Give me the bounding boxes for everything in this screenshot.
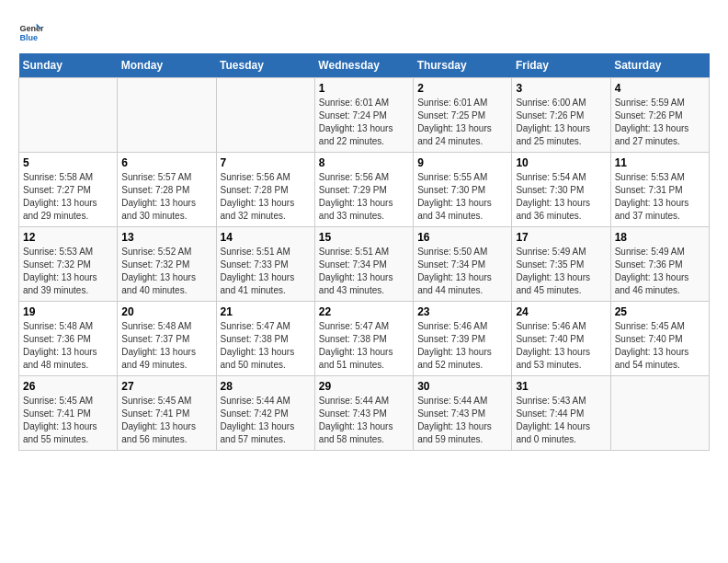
day-info: Sunrise: 5:51 AM Sunset: 7:34 PM Dayligh… — [319, 246, 409, 297]
weekday-header-wednesday: Wednesday — [314, 53, 413, 78]
day-number: 26 — [23, 380, 113, 393]
calendar-cell: 18Sunrise: 5:49 AM Sunset: 7:36 PM Dayli… — [610, 227, 709, 302]
calendar-cell: 4Sunrise: 5:59 AM Sunset: 7:26 PM Daylig… — [610, 78, 709, 153]
calendar-cell: 27Sunrise: 5:45 AM Sunset: 7:41 PM Dayli… — [118, 376, 216, 451]
calendar-cell — [216, 78, 314, 153]
day-info: Sunrise: 5:53 AM Sunset: 7:32 PM Dayligh… — [23, 246, 113, 297]
calendar-week-row: 5Sunrise: 5:58 AM Sunset: 7:27 PM Daylig… — [19, 153, 710, 227]
day-number: 21 — [221, 305, 311, 318]
calendar-week-row: 26Sunrise: 5:45 AM Sunset: 7:41 PM Dayli… — [19, 376, 710, 451]
day-info: Sunrise: 6:01 AM Sunset: 7:24 PM Dayligh… — [319, 97, 409, 148]
day-number: 16 — [417, 231, 507, 244]
calendar-cell: 1Sunrise: 6:01 AM Sunset: 7:24 PM Daylig… — [314, 78, 413, 153]
day-number: 14 — [221, 231, 311, 244]
day-info: Sunrise: 5:47 AM Sunset: 7:38 PM Dayligh… — [221, 320, 311, 372]
calendar-cell: 20Sunrise: 5:48 AM Sunset: 7:37 PM Dayli… — [118, 302, 216, 376]
day-info: Sunrise: 5:55 AM Sunset: 7:30 PM Dayligh… — [417, 171, 507, 223]
day-info: Sunrise: 5:56 AM Sunset: 7:28 PM Dayligh… — [221, 171, 311, 223]
logo-icon: General Blue — [18, 18, 44, 44]
weekday-header-monday: Monday — [118, 53, 216, 78]
day-number: 12 — [23, 231, 113, 244]
day-number: 3 — [516, 82, 606, 95]
day-info: Sunrise: 5:45 AM Sunset: 7:41 PM Dayligh… — [121, 395, 211, 446]
calendar-cell — [19, 78, 118, 153]
day-info: Sunrise: 5:46 AM Sunset: 7:40 PM Dayligh… — [516, 320, 606, 372]
day-info: Sunrise: 5:48 AM Sunset: 7:36 PM Dayligh… — [23, 320, 113, 372]
day-info: Sunrise: 5:45 AM Sunset: 7:40 PM Dayligh… — [615, 320, 705, 372]
day-number: 28 — [221, 380, 311, 393]
weekday-header-thursday: Thursday — [414, 53, 512, 78]
calendar-cell: 3Sunrise: 6:00 AM Sunset: 7:26 PM Daylig… — [512, 78, 610, 153]
calendar-cell: 8Sunrise: 5:56 AM Sunset: 7:29 PM Daylig… — [314, 153, 413, 227]
calendar-cell: 28Sunrise: 5:44 AM Sunset: 7:42 PM Dayli… — [216, 376, 314, 451]
calendar-cell: 29Sunrise: 5:44 AM Sunset: 7:43 PM Dayli… — [314, 376, 413, 451]
calendar-cell: 17Sunrise: 5:49 AM Sunset: 7:35 PM Dayli… — [512, 227, 610, 302]
svg-text:Blue: Blue — [19, 33, 38, 42]
calendar-cell: 15Sunrise: 5:51 AM Sunset: 7:34 PM Dayli… — [314, 227, 413, 302]
weekday-header-row: SundayMondayTuesdayWednesdayThursdayFrid… — [19, 53, 710, 78]
calendar-week-row: 19Sunrise: 5:48 AM Sunset: 7:36 PM Dayli… — [19, 302, 710, 376]
calendar-cell: 10Sunrise: 5:54 AM Sunset: 7:30 PM Dayli… — [512, 153, 610, 227]
day-number: 29 — [319, 380, 409, 393]
calendar-cell: 7Sunrise: 5:56 AM Sunset: 7:28 PM Daylig… — [216, 153, 314, 227]
day-number: 7 — [221, 156, 311, 169]
day-info: Sunrise: 5:48 AM Sunset: 7:37 PM Dayligh… — [121, 320, 211, 372]
weekday-header-sunday: Sunday — [19, 53, 118, 78]
day-info: Sunrise: 5:56 AM Sunset: 7:29 PM Dayligh… — [319, 171, 409, 223]
calendar-cell: 12Sunrise: 5:53 AM Sunset: 7:32 PM Dayli… — [19, 227, 118, 302]
weekday-header-tuesday: Tuesday — [216, 53, 314, 78]
day-info: Sunrise: 5:44 AM Sunset: 7:42 PM Dayligh… — [221, 395, 311, 446]
day-info: Sunrise: 6:00 AM Sunset: 7:26 PM Dayligh… — [516, 97, 606, 148]
calendar-cell: 13Sunrise: 5:52 AM Sunset: 7:32 PM Dayli… — [118, 227, 216, 302]
day-number: 20 — [121, 305, 211, 318]
day-info: Sunrise: 5:50 AM Sunset: 7:34 PM Dayligh… — [417, 246, 507, 297]
day-info: Sunrise: 5:44 AM Sunset: 7:43 PM Dayligh… — [417, 395, 507, 446]
weekday-header-friday: Friday — [512, 53, 610, 78]
logo: General Blue — [18, 18, 44, 44]
calendar-cell — [118, 78, 216, 153]
calendar-week-row: 12Sunrise: 5:53 AM Sunset: 7:32 PM Dayli… — [19, 227, 710, 302]
day-number: 2 — [417, 82, 507, 95]
day-number: 9 — [417, 156, 507, 169]
weekday-header-saturday: Saturday — [610, 53, 709, 78]
calendar-cell: 14Sunrise: 5:51 AM Sunset: 7:33 PM Dayli… — [216, 227, 314, 302]
day-number: 13 — [121, 231, 211, 244]
day-number: 19 — [23, 305, 113, 318]
calendar-week-row: 1Sunrise: 6:01 AM Sunset: 7:24 PM Daylig… — [19, 78, 710, 153]
calendar-cell: 23Sunrise: 5:46 AM Sunset: 7:39 PM Dayli… — [414, 302, 512, 376]
day-info: Sunrise: 5:43 AM Sunset: 7:44 PM Dayligh… — [516, 395, 606, 446]
calendar-cell: 19Sunrise: 5:48 AM Sunset: 7:36 PM Dayli… — [19, 302, 118, 376]
calendar-table: SundayMondayTuesdayWednesdayThursdayFrid… — [18, 53, 710, 451]
calendar-cell: 9Sunrise: 5:55 AM Sunset: 7:30 PM Daylig… — [414, 153, 512, 227]
day-info: Sunrise: 6:01 AM Sunset: 7:25 PM Dayligh… — [417, 97, 507, 148]
page-header: General Blue — [18, 18, 710, 44]
day-info: Sunrise: 5:51 AM Sunset: 7:33 PM Dayligh… — [221, 246, 311, 297]
day-number: 18 — [615, 231, 705, 244]
day-info: Sunrise: 5:57 AM Sunset: 7:28 PM Dayligh… — [121, 171, 211, 223]
day-number: 10 — [516, 156, 606, 169]
day-info: Sunrise: 5:52 AM Sunset: 7:32 PM Dayligh… — [121, 246, 211, 297]
day-number: 22 — [319, 305, 409, 318]
day-info: Sunrise: 5:46 AM Sunset: 7:39 PM Dayligh… — [417, 320, 507, 372]
calendar-cell: 24Sunrise: 5:46 AM Sunset: 7:40 PM Dayli… — [512, 302, 610, 376]
day-info: Sunrise: 5:47 AM Sunset: 7:38 PM Dayligh… — [319, 320, 409, 372]
day-number: 8 — [319, 156, 409, 169]
calendar-cell: 5Sunrise: 5:58 AM Sunset: 7:27 PM Daylig… — [19, 153, 118, 227]
day-number: 11 — [615, 156, 705, 169]
calendar-cell: 25Sunrise: 5:45 AM Sunset: 7:40 PM Dayli… — [610, 302, 709, 376]
day-info: Sunrise: 5:53 AM Sunset: 7:31 PM Dayligh… — [615, 171, 705, 223]
day-info: Sunrise: 5:49 AM Sunset: 7:36 PM Dayligh… — [615, 246, 705, 297]
day-number: 31 — [516, 380, 606, 393]
calendar-cell — [610, 376, 709, 451]
calendar-cell: 6Sunrise: 5:57 AM Sunset: 7:28 PM Daylig… — [118, 153, 216, 227]
day-number: 6 — [121, 156, 211, 169]
calendar-cell: 22Sunrise: 5:47 AM Sunset: 7:38 PM Dayli… — [314, 302, 413, 376]
calendar-cell: 26Sunrise: 5:45 AM Sunset: 7:41 PM Dayli… — [19, 376, 118, 451]
calendar-cell: 30Sunrise: 5:44 AM Sunset: 7:43 PM Dayli… — [414, 376, 512, 451]
day-info: Sunrise: 5:44 AM Sunset: 7:43 PM Dayligh… — [319, 395, 409, 446]
calendar-cell: 21Sunrise: 5:47 AM Sunset: 7:38 PM Dayli… — [216, 302, 314, 376]
day-number: 1 — [319, 82, 409, 95]
day-number: 17 — [516, 231, 606, 244]
day-number: 24 — [516, 305, 606, 318]
day-number: 30 — [417, 380, 507, 393]
